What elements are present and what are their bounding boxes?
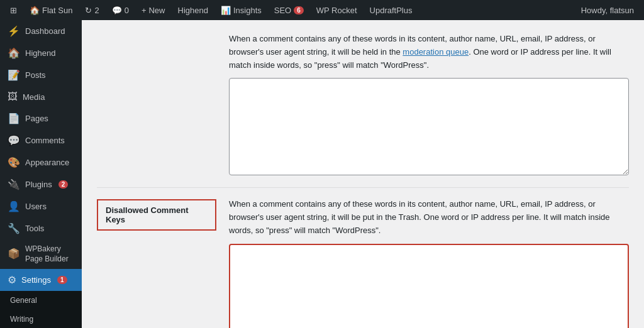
disallowed-description: When a comment contains any of these wor… — [229, 198, 629, 237]
content-area: When a comment contains any of these wor… — [82, 20, 644, 328]
sidebar-item-users[interactable]: 👤 Users — [0, 195, 82, 217]
sidebar-item-media[interactable]: 🖼 Media — [0, 86, 82, 107]
sidebar-item-label: Media — [23, 92, 45, 102]
home-icon: 🏠 — [30, 6, 40, 15]
appearance-icon: 🎨 — [8, 156, 20, 168]
settings-badge: 1 — [57, 276, 67, 284]
plugins-icon: 🔌 — [8, 178, 20, 190]
sidebar-item-label: Dashboard — [25, 26, 65, 36]
moderation-label-area — [97, 33, 229, 34]
wp-icon: ⊞ — [10, 6, 17, 15]
comments-nav-icon: 💬 — [8, 134, 20, 146]
sidebar-item-label: Comments — [25, 136, 65, 145]
wp-logo[interactable]: ⊞ — [5, 0, 22, 20]
sidebar: ⚡ Dashboard 🏠 Highend 📝 Posts 🖼 Media 📄 … — [0, 20, 82, 328]
insights-bar[interactable]: 📊 Insights — [216, 0, 267, 20]
highend-icon: 🏠 — [8, 47, 20, 59]
disallowed-row: Disallowed Comment Keys When a comment c… — [97, 187, 629, 328]
sidebar-item-label: WPBakery Page Builder — [25, 244, 74, 264]
wprocket-bar[interactable]: WP Rocket — [311, 0, 362, 20]
chart-icon: 📊 — [221, 6, 231, 15]
moderation-queue-link[interactable]: moderation queue — [402, 47, 469, 57]
wpbakery-icon: 📦 — [8, 248, 20, 261]
updates-icon: ↻ — [85, 6, 92, 15]
sidebar-item-label: Users — [25, 202, 47, 211]
sidebar-item-label: Pages — [25, 114, 48, 123]
new-button[interactable]: + New — [136, 0, 170, 20]
highend-bar[interactable]: Highend — [173, 0, 213, 20]
seo-bar[interactable]: SEO 6 — [269, 0, 309, 20]
disallowed-textarea[interactable] — [229, 244, 629, 328]
sidebar-item-appearance[interactable]: 🎨 Appearance — [0, 151, 82, 173]
submenu-writing[interactable]: Writing — [0, 310, 82, 328]
media-icon: 🖼 — [8, 91, 18, 102]
sidebar-item-label: Appearance — [25, 158, 69, 167]
moderation-row: When a comment contains any of these wor… — [97, 33, 629, 187]
admin-bar: ⊞ 🏠 Flat Sun ↻ 2 💬 0 + New Highend 📊 Ins… — [0, 0, 644, 20]
sidebar-item-wpbakery[interactable]: 📦 WPBakery Page Builder — [0, 239, 82, 269]
plugins-badge: 2 — [58, 180, 69, 189]
tools-icon: 🔧 — [8, 222, 20, 234]
disallowed-content: When a comment contains any of these wor… — [229, 198, 629, 328]
sidebar-item-highend[interactable]: 🏠 Highend — [0, 42, 82, 64]
sidebar-item-label: Settings — [21, 275, 51, 285]
sidebar-item-dashboard[interactable]: ⚡ Dashboard — [0, 20, 82, 42]
moderation-textarea[interactable] — [229, 78, 629, 175]
sidebar-item-comments[interactable]: 💬 Comments — [0, 129, 82, 151]
sidebar-item-label: Posts — [25, 70, 46, 80]
moderation-description: When a comment contains any of these wor… — [229, 33, 629, 72]
sidebar-item-tools[interactable]: 🔧 Tools — [0, 217, 82, 239]
moderation-content: When a comment contains any of these wor… — [229, 33, 629, 177]
site-name[interactable]: 🏠 Flat Sun — [25, 0, 77, 20]
sidebar-item-label: Highend — [25, 48, 55, 58]
submenu-general[interactable]: General — [0, 291, 82, 310]
howdy-text[interactable]: Howdy, flatsun — [576, 0, 639, 20]
updraftplus-bar[interactable]: UpdraftPlus — [365, 0, 418, 20]
settings-submenu: General Writing Reading Discussion — [0, 291, 82, 328]
sidebar-item-label: Plugins — [25, 180, 52, 189]
sidebar-item-posts[interactable]: 📝 Posts — [0, 64, 82, 86]
sidebar-item-label: Tools — [25, 224, 44, 233]
dashboard-icon: ⚡ — [8, 25, 20, 37]
users-icon: 👤 — [8, 200, 20, 212]
submenu-label: General — [10, 296, 37, 305]
settings-icon: ⚙ — [8, 274, 16, 286]
disallowed-label: Disallowed Comment Keys — [97, 199, 216, 231]
sidebar-item-plugins[interactable]: 🔌 Plugins 2 — [0, 173, 82, 195]
comments-icon: 💬 — [112, 6, 122, 15]
disallowed-label-area: Disallowed Comment Keys — [97, 198, 229, 231]
seo-badge: 6 — [294, 6, 304, 14]
submenu-label: Writing — [10, 315, 33, 324]
pages-icon: 📄 — [8, 112, 20, 124]
updates[interactable]: ↻ 2 — [80, 0, 104, 20]
sidebar-item-settings[interactable]: ⚙ Settings 1 — [0, 269, 82, 291]
posts-icon: 📝 — [8, 69, 20, 81]
comments-bar[interactable]: 💬 0 — [107, 0, 134, 20]
sidebar-item-pages[interactable]: 📄 Pages — [0, 107, 82, 129]
